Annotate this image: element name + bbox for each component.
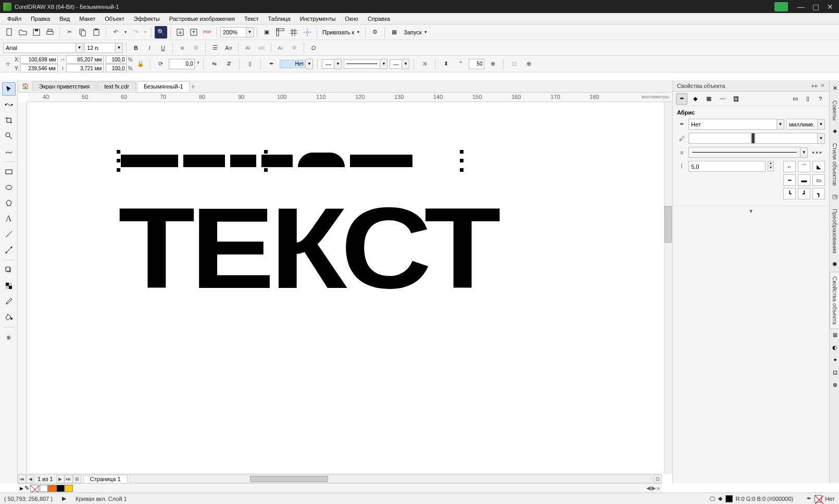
zoom-combo[interactable]: ▼ — [220, 27, 254, 37]
menu-layout[interactable]: Макет — [75, 15, 99, 23]
menu-table[interactable]: Таблица — [264, 15, 295, 23]
navigator-button[interactable]: ⊡ — [654, 475, 662, 483]
pick-tool[interactable] — [2, 82, 16, 96]
help-icon[interactable]: ? — [815, 93, 826, 105]
mirror-h-button[interactable]: ⇋ — [208, 58, 220, 70]
image-tab-icon[interactable]: 🖼 — [730, 93, 742, 105]
minimize-button[interactable]: — — [794, 2, 808, 11]
outline-width-panel-combo[interactable]: ▼ — [688, 119, 784, 130]
tab-untitled[interactable]: Безымянный-1 — [137, 81, 190, 92]
fullscreen-button[interactable]: ▣ — [260, 26, 273, 39]
rectangle-tool[interactable] — [2, 165, 16, 179]
doc-color-swatch[interactable] — [48, 485, 56, 492]
launch-dropdown[interactable]: Запуск ▼ — [402, 29, 429, 35]
menu-window[interactable]: Окно — [341, 15, 362, 23]
close-button[interactable]: ✕ — [823, 2, 837, 11]
rotation-input[interactable] — [169, 59, 195, 69]
doc-palette-scroll-left[interactable]: ◀ — [646, 485, 650, 492]
page-first-button[interactable]: ⏮ — [18, 475, 26, 483]
pos-inside-button[interactable]: ┓ — [812, 188, 825, 199]
dock-icon-7[interactable]: ⊡ — [830, 368, 839, 377]
doc-palette-scroll-right[interactable]: ▶ — [652, 485, 656, 492]
scrollbar-horizontal[interactable] — [130, 475, 652, 483]
page-add-button[interactable]: ⊞ — [73, 475, 81, 483]
dock-icon-4[interactable]: ⊞ — [830, 330, 839, 339]
scale-y-input[interactable] — [106, 64, 127, 72]
reduce-nodes-button[interactable]: ⬍ — [440, 58, 452, 70]
fill-color-swatch[interactable] — [725, 495, 733, 502]
print-button[interactable] — [44, 26, 56, 39]
dock-tab-hints[interactable]: Советы — [830, 96, 839, 125]
line-style-combo[interactable]: ▼ — [344, 59, 387, 69]
y-position-input[interactable] — [20, 64, 58, 72]
corner-round-button[interactable]: ⌒ — [798, 161, 810, 172]
doc-color-swatch[interactable] — [56, 485, 65, 492]
dock-icon-1[interactable]: ◈ — [830, 126, 839, 135]
panel-close-button[interactable]: ✕ — [820, 82, 825, 89]
dock-icon-5[interactable]: ◐ — [830, 343, 839, 352]
crop-tool[interactable] — [2, 114, 16, 127]
connector-tool[interactable] — [2, 243, 16, 257]
home-icon[interactable]: 🏠 — [20, 82, 31, 91]
undo-button[interactable]: ↶ — [109, 26, 122, 39]
publish-pdf-button[interactable]: PDF — [201, 26, 214, 39]
plus-button[interactable]: ⊕ — [522, 58, 535, 70]
dock-icon-2[interactable]: ◳ — [830, 192, 839, 201]
edit-text-button[interactable]: ab| — [255, 42, 268, 54]
dock-tab-transform[interactable]: Преобразования — [830, 204, 839, 258]
text-options-button[interactable]: O — [307, 42, 320, 54]
options-button[interactable]: ⚙ — [369, 26, 381, 39]
dimension-tool[interactable] — [2, 228, 16, 241]
cap-square-button[interactable]: ▭ — [812, 174, 825, 186]
page-tab-1[interactable]: Страница 1 — [83, 475, 128, 483]
show-rulers-button[interactable] — [274, 26, 286, 39]
cut-button[interactable]: ✂ — [63, 26, 76, 39]
corner-miter-button[interactable]: ⌐ — [783, 161, 796, 172]
outline-width-combo[interactable]: ▼ — [280, 59, 313, 69]
transparency-tool[interactable] — [2, 279, 16, 293]
align-button[interactable]: ≡ — [176, 42, 189, 54]
eyedropper-tool[interactable] — [2, 295, 16, 308]
char-formatting-button[interactable]: Aͣ — [242, 42, 254, 54]
interactive-button[interactable]: ☆ — [288, 42, 300, 54]
app-launcher-icon[interactable]: ▦ — [388, 26, 400, 39]
height-input[interactable] — [66, 64, 104, 72]
view-mode1-icon[interactable]: ▭ — [790, 93, 801, 105]
menu-text[interactable]: Текст — [240, 15, 263, 23]
tab-welcome[interactable]: Экран приветствия — [32, 81, 96, 91]
corner-bevel-button[interactable]: ◣ — [812, 161, 825, 172]
outline-settings-button[interactable]: ••• — [810, 148, 825, 157]
ellipse-tool[interactable] — [2, 181, 16, 194]
undo-dropdown[interactable]: ▼ — [123, 26, 128, 39]
outline-tab-icon[interactable]: ✒ — [676, 93, 687, 105]
search-content-button[interactable]: 🔍 — [155, 26, 167, 39]
zoom-tool[interactable] — [2, 129, 16, 143]
dropshadow-tool[interactable] — [2, 263, 16, 277]
freehand-tool[interactable] — [2, 145, 16, 158]
redo-dropdown[interactable]: ▼ — [143, 26, 148, 39]
fill-tool[interactable] — [2, 310, 16, 324]
open-button[interactable] — [17, 26, 29, 39]
dock-tab-styles[interactable]: Стили объектов — [830, 138, 839, 191]
cap-butt-button[interactable]: ━ — [783, 174, 796, 186]
width-input[interactable] — [66, 55, 104, 64]
nodes-input[interactable] — [469, 59, 484, 69]
quick-trace-button[interactable]: ⊡ — [508, 58, 520, 70]
dock-add-icon[interactable]: ⊕ — [830, 380, 839, 389]
font-size-combo[interactable]: ▼ — [84, 43, 123, 53]
new-button[interactable] — [3, 26, 16, 39]
bold-button[interactable]: B — [130, 42, 142, 54]
curve-tab-icon[interactable]: 〰 — [717, 93, 728, 105]
panel-collapse-button[interactable]: ▸▸ — [812, 82, 818, 89]
import-button[interactable] — [174, 26, 186, 39]
outline-color-combo[interactable]: ▼ — [688, 133, 825, 144]
miter-limit-input[interactable] — [688, 161, 766, 172]
save-button[interactable] — [30, 26, 43, 39]
fill-tab-icon[interactable]: ◆ — [690, 93, 701, 105]
tab-textfx[interactable]: text fx.cdr — [97, 81, 136, 91]
show-grid-button[interactable] — [287, 26, 300, 39]
snap-to-dropdown[interactable]: Привязать к ▼ — [320, 29, 362, 35]
menu-help[interactable]: Справка — [364, 15, 394, 23]
export-button[interactable] — [187, 26, 200, 39]
polygon-tool[interactable] — [2, 196, 16, 210]
